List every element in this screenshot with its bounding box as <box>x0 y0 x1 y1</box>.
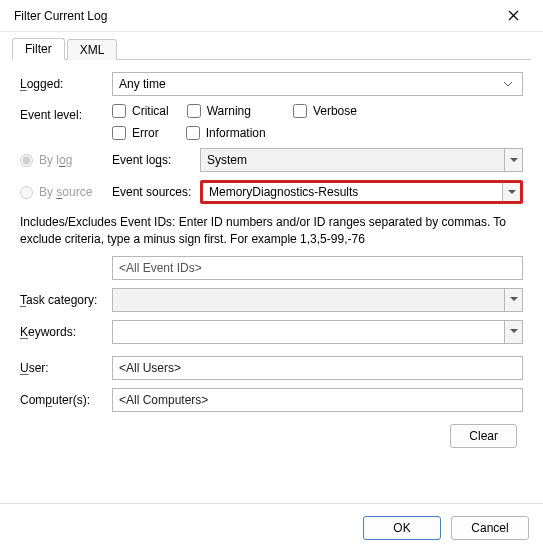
chevron-down-icon <box>504 321 522 343</box>
filter-current-log-dialog: Filter Current Log Filter XML Logged: An… <box>0 0 543 551</box>
titlebar: Filter Current Log <box>0 0 543 32</box>
logged-value: Any time <box>119 77 500 91</box>
clear-button[interactable]: Clear <box>450 424 517 448</box>
information-checkbox[interactable]: Information <box>186 126 266 140</box>
by-source-radio <box>20 186 33 199</box>
chevron-down-icon <box>504 289 522 311</box>
close-button[interactable] <box>493 1 533 31</box>
computers-label: Computer(s): <box>20 393 90 407</box>
verbose-checkbox[interactable]: Verbose <box>293 104 357 118</box>
event-sources-value: MemoryDiagnostics-Results <box>209 185 502 199</box>
chevron-down-icon <box>500 73 516 95</box>
ok-button[interactable]: OK <box>363 516 441 540</box>
keywords-label: Keywords: <box>20 325 76 339</box>
by-log-label: By log <box>39 153 72 167</box>
by-source-label: By source <box>39 185 92 199</box>
cancel-button[interactable]: Cancel <box>451 516 529 540</box>
chevron-down-icon <box>502 183 520 201</box>
by-log-radio <box>20 154 33 167</box>
event-sources-combo[interactable]: MemoryDiagnostics-Results <box>200 180 523 204</box>
logged-combo[interactable]: Any time <box>112 72 523 96</box>
keywords-combo[interactable] <box>112 320 523 344</box>
user-label: User: <box>20 361 49 375</box>
task-category-label: Task category: <box>20 293 97 307</box>
event-logs-value: System <box>207 153 504 167</box>
dialog-footer: OK Cancel <box>0 503 543 551</box>
close-icon <box>508 10 519 21</box>
window-title: Filter Current Log <box>14 9 493 23</box>
computers-input[interactable]: <All Computers> <box>112 388 523 412</box>
event-logs-label: Event logs: <box>112 153 171 167</box>
error-checkbox[interactable]: Error <box>112 126 159 140</box>
event-ids-input[interactable]: <All Event IDs> <box>112 256 523 280</box>
chevron-down-icon <box>504 149 522 171</box>
critical-checkbox[interactable]: Critical <box>112 104 169 118</box>
event-ids-help: Includes/Excludes Event IDs: Enter ID nu… <box>20 214 523 248</box>
logged-label: Logged: <box>20 77 63 91</box>
task-category-combo[interactable] <box>112 288 523 312</box>
event-logs-combo[interactable]: System <box>200 148 523 172</box>
warning-checkbox[interactable]: Warning <box>187 104 251 118</box>
user-input[interactable]: <All Users> <box>112 356 523 380</box>
event-level-label: Event level: <box>20 108 82 122</box>
tab-xml[interactable]: XML <box>67 39 118 60</box>
event-sources-label: Event sources: <box>112 185 191 199</box>
tab-strip: Filter XML <box>12 36 531 60</box>
tab-filter[interactable]: Filter <box>12 38 65 60</box>
